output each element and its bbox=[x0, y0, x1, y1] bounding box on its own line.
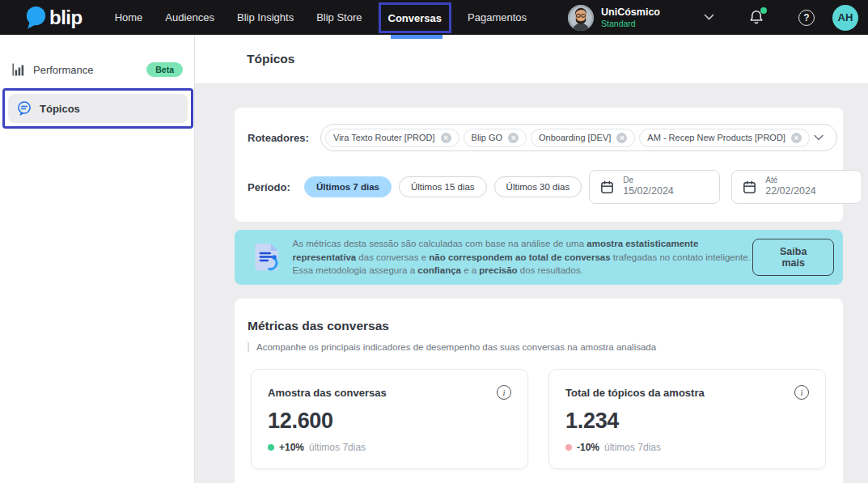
nav-conversas-highlight-box: Conversas bbox=[379, 2, 451, 33]
router-chip[interactable]: Onboarding [DEV] × bbox=[531, 129, 635, 147]
banner-text: As métricas desta sessão são calculadas … bbox=[293, 237, 753, 278]
metric-card-topicos: Total de tópicos da amostra i 1.234 -10%… bbox=[548, 369, 826, 469]
remove-chip-icon[interactable]: × bbox=[441, 133, 451, 143]
nav-pagamentos[interactable]: Pagamentos bbox=[456, 11, 538, 23]
account-menu[interactable]: UniCósmico Standard bbox=[568, 5, 660, 31]
content-area: Roteadores: Vira Texto Router [PROD] × B… bbox=[195, 83, 868, 483]
router-chip-label: Vira Texto Router [PROD] bbox=[333, 133, 435, 142]
blip-logo[interactable]: blip bbox=[23, 5, 83, 30]
metric-title: Total de tópicos da amostra bbox=[565, 387, 705, 399]
router-chip[interactable]: Vira Texto Router [PROD] × bbox=[325, 129, 459, 147]
info-icon[interactable]: i bbox=[794, 385, 809, 400]
brand-name: blip bbox=[49, 6, 83, 29]
date-to-value: 22/02/2024 bbox=[765, 185, 816, 198]
router-chip-label: Blip GO bbox=[472, 133, 503, 142]
period-filter-row: Período: Últimos 7 dias Últimos 15 dias … bbox=[248, 170, 830, 204]
period-chip-15d[interactable]: Últimos 15 dias bbox=[399, 176, 487, 197]
page-header: Tópicos bbox=[195, 35, 868, 83]
learn-more-button[interactable]: Saiba mais bbox=[752, 239, 834, 276]
routers-select[interactable]: Vira Texto Router [PROD] × Blip GO × Onb… bbox=[320, 124, 837, 151]
routers-filter-row: Roteadores: Vira Texto Router [PROD] × B… bbox=[248, 124, 830, 151]
blip-logo-icon bbox=[23, 5, 48, 30]
metric-trend: +10% últimos 7dias bbox=[268, 442, 511, 453]
filters-card: Roteadores: Vira Texto Router [PROD] × B… bbox=[235, 108, 843, 222]
trend-down-dot bbox=[565, 444, 572, 451]
router-chip[interactable]: Blip GO × bbox=[464, 129, 527, 147]
period-label: Período: bbox=[248, 181, 293, 193]
chevron-down-icon bbox=[704, 14, 714, 21]
calendar-icon bbox=[599, 180, 615, 195]
metric-card-amostra: Amostra das conversas i 12.600 +10% últi… bbox=[251, 369, 528, 469]
page-title: Tópicos bbox=[247, 52, 294, 66]
date-to-label: Até bbox=[765, 176, 816, 186]
sidebar-item-label: Performance bbox=[33, 64, 93, 76]
period-chip-7d[interactable]: Últimos 7 dias bbox=[304, 176, 392, 197]
account-plan: Standard bbox=[601, 19, 660, 28]
navbar-right: UniCósmico Standard ? AH bbox=[568, 5, 858, 31]
router-chip-label: Onboarding [DEV] bbox=[539, 133, 611, 142]
remove-chip-icon[interactable]: × bbox=[791, 133, 802, 143]
account-chevron[interactable] bbox=[704, 14, 714, 21]
beta-badge: Beta bbox=[146, 62, 183, 77]
remove-chip-icon[interactable]: × bbox=[508, 133, 519, 143]
help-button[interactable]: ? bbox=[798, 10, 815, 26]
metrics-title: Métricas das conversas bbox=[248, 319, 827, 333]
user-avatar bbox=[568, 5, 594, 31]
nav-blip-store[interactable]: Blip Store bbox=[305, 11, 373, 23]
account-info: UniCósmico Standard bbox=[601, 6, 660, 28]
primary-nav: Home Audiences Blip Insights Blip Store … bbox=[104, 2, 538, 33]
metric-value: 12.600 bbox=[268, 409, 511, 434]
sidebar: Performance Beta Tópicos bbox=[0, 35, 195, 483]
top-navbar: blip Home Audiences Blip Insights Blip S… bbox=[0, 0, 868, 35]
notification-badge bbox=[760, 7, 767, 14]
nav-audiences[interactable]: Audiences bbox=[154, 11, 226, 23]
metrics-subtitle: Acompanhe os principais indicadores de d… bbox=[248, 342, 827, 352]
sidebar-item-topicos[interactable]: Tópicos bbox=[8, 94, 188, 123]
routers-label: Roteadores: bbox=[248, 132, 320, 144]
calendar-icon bbox=[742, 180, 757, 195]
document-icon bbox=[251, 239, 285, 275]
trend-period-label: últimos 7dias bbox=[604, 442, 661, 453]
nav-blip-insights[interactable]: Blip Insights bbox=[226, 11, 305, 23]
trend-up-dot bbox=[268, 444, 274, 451]
info-banner: As métricas desta sessão são calculadas … bbox=[235, 230, 843, 285]
router-chip[interactable]: AM - Recep New Products [PROD] × bbox=[639, 129, 810, 147]
metric-value: 1.234 bbox=[565, 409, 809, 434]
date-range: De 15/02/2024 Até 22/02/2024 bbox=[589, 170, 862, 204]
router-chip-label: AM - Recep New Products [PROD] bbox=[647, 133, 785, 142]
chat-bubble-icon bbox=[16, 100, 32, 117]
bar-chart-icon bbox=[11, 62, 26, 77]
sidebar-item-performance[interactable]: Performance Beta bbox=[0, 54, 194, 85]
trend-percentage: +10% bbox=[279, 442, 304, 453]
metric-title: Amostra das conversas bbox=[268, 387, 387, 399]
date-to-field[interactable]: Até 22/02/2024 bbox=[731, 170, 862, 204]
nav-conversas[interactable]: Conversas bbox=[388, 12, 442, 24]
account-name: UniCósmico bbox=[601, 6, 660, 18]
profile-avatar[interactable]: AH bbox=[832, 5, 858, 31]
date-from-label: De bbox=[623, 176, 674, 186]
trend-percentage: -10% bbox=[577, 442, 599, 453]
date-from-value: 15/02/2024 bbox=[623, 185, 674, 198]
remove-chip-icon[interactable]: × bbox=[616, 133, 627, 143]
help-icon: ? bbox=[798, 10, 815, 26]
select-chevron-icon[interactable] bbox=[814, 134, 824, 141]
date-from-field[interactable]: De 15/02/2024 bbox=[589, 170, 720, 204]
trend-period-label: últimos 7dias bbox=[309, 442, 366, 453]
metrics-section: Métricas das conversas Acompanhe os prin… bbox=[235, 299, 843, 483]
nav-home[interactable]: Home bbox=[104, 11, 155, 23]
metric-trend: -10% últimos 7dias bbox=[565, 442, 809, 453]
info-icon[interactable]: i bbox=[497, 385, 511, 400]
metric-cards-row: Amostra das conversas i 12.600 +10% últi… bbox=[248, 369, 827, 469]
notifications-button[interactable] bbox=[748, 9, 764, 26]
sidebar-item-label: Tópicos bbox=[40, 103, 80, 115]
main-area: Tópicos Roteadores: Vira Texto Router [P… bbox=[195, 35, 868, 483]
sidebar-item-topicos-highlight-box: Tópicos bbox=[2, 88, 193, 129]
period-chip-30d[interactable]: Últimos 30 dias bbox=[494, 176, 582, 197]
active-tab-indicator bbox=[391, 35, 442, 39]
